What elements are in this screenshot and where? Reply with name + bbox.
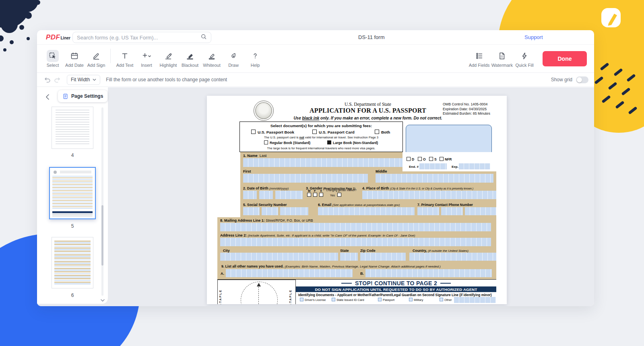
end-number-field[interactable]: [419, 163, 447, 169]
regular-book-checkbox[interactable]: [264, 140, 268, 144]
tool-highlight[interactable]: Highlight: [157, 50, 179, 68]
tool-help[interactable]: Help: [244, 50, 266, 68]
zip-field[interactable]: [360, 253, 406, 261]
sidebar-scrollbar-thumb[interactable]: [101, 205, 103, 266]
id-drivers-license-checkbox[interactable]: [300, 298, 303, 301]
dob-label: 2. Date of Birth (mm/dd/yyyy): [243, 186, 289, 190]
other-name-a-field[interactable]: [226, 269, 353, 277]
name-first-field[interactable]: [243, 174, 368, 183]
form-dept-line: U.S. Department of State: [287, 102, 448, 107]
form-title: APPLICATION FOR A U.S. PASSPORT: [267, 107, 469, 114]
city-field[interactable]: [220, 253, 338, 261]
page-thumbnail-5-selected[interactable]: [49, 167, 96, 219]
toolbar: Select Add Date Add Sign Add Text: [37, 45, 594, 73]
redo-icon[interactable]: [52, 75, 62, 84]
gender-f-checkbox[interactable]: [313, 193, 317, 197]
omb-block: OMB Control No. 1405-0004 Expiration Dat…: [443, 102, 490, 116]
passport-book-checkbox[interactable]: [251, 130, 256, 134]
tool-watermark[interactable]: Watermark: [491, 50, 514, 68]
form-page: U.S. Department of State APPLICATION FOR…: [207, 96, 507, 304]
flag-o-checkbox[interactable]: [418, 157, 422, 161]
phone-1-field[interactable]: [417, 207, 439, 215]
name-middle-field[interactable]: [376, 174, 493, 183]
search-box[interactable]: [72, 32, 211, 43]
page-thumbnail-6[interactable]: [52, 237, 93, 288]
identifying-documents-label: Identifying Documents - Applicant or Mot…: [298, 293, 491, 297]
flag-nfr-checkbox[interactable]: [440, 157, 444, 161]
id-military-checkbox[interactable]: [409, 298, 413, 301]
tool-draw[interactable]: Draw: [223, 50, 244, 68]
state-field[interactable]: [340, 253, 358, 261]
tool-insert[interactable]: Insert: [136, 50, 157, 68]
tool-quick-fill[interactable]: Quick Fill: [514, 50, 535, 68]
flag-d-checkbox[interactable]: [407, 157, 411, 161]
tool-blackout[interactable]: Blackout: [179, 50, 201, 68]
both-checkbox[interactable]: [375, 130, 379, 134]
undo-icon[interactable]: [43, 75, 52, 84]
done-button[interactable]: Done: [543, 51, 587, 66]
pdfliner-logo[interactable]: PDF Liner: [46, 33, 70, 41]
id-state-id-checkbox[interactable]: [332, 298, 335, 301]
tool-add-sign[interactable]: Add Sign: [85, 50, 107, 68]
tool-add-text[interactable]: Add Text: [114, 50, 136, 68]
fields-list-icon: [473, 50, 485, 62]
name-last-field[interactable]: [243, 158, 402, 167]
signature-pen-icon: [90, 50, 102, 62]
large-book-checkbox[interactable]: [327, 140, 331, 144]
screen: PDF Liner DS-11 form Support Select: [0, 0, 644, 346]
page-settings-button[interactable]: Page Settings: [58, 90, 107, 102]
pob-field[interactable]: [362, 191, 496, 199]
phone-3-field[interactable]: [465, 207, 496, 215]
stop-banner: STOP! CONTINUE TO PAGE 2: [296, 280, 496, 286]
scroll-down-icon[interactable]: [100, 297, 105, 303]
other-name-b-field[interactable]: [365, 269, 492, 277]
toggle-knob: [577, 77, 582, 82]
email-field[interactable]: [318, 207, 415, 215]
collapse-sidebar-icon[interactable]: [43, 92, 52, 102]
pdfliner-brand-icon: [599, 6, 623, 31]
country-label: Country, (if outside the United States): [413, 249, 469, 253]
gender-change-yes-checkbox[interactable]: [337, 193, 341, 197]
tool-add-date[interactable]: Add Date: [64, 50, 85, 68]
name-label: 1. Name Last: [243, 154, 266, 158]
address1-field[interactable]: [220, 223, 491, 231]
gender-m-checkbox[interactable]: [307, 193, 311, 197]
page-number-4: 4: [52, 152, 93, 158]
dob-year-field[interactable]: [275, 191, 303, 199]
agency-use-field[interactable]: [406, 125, 492, 155]
id-passport-checkbox[interactable]: [378, 298, 382, 301]
toolbar-divider: [110, 49, 111, 63]
show-grid-toggle[interactable]: [576, 76, 588, 83]
target-arrow: [257, 283, 261, 286]
blackout-marker-icon: [184, 50, 196, 62]
support-link[interactable]: Support: [524, 34, 543, 40]
do-not-sign-banner: DO NOT SIGN APPLICATION UNTIL REQUESTED …: [296, 286, 496, 292]
search-input[interactable]: [77, 35, 200, 41]
flag-s-checkbox[interactable]: [429, 157, 433, 161]
id-other-checkbox[interactable]: [440, 298, 443, 301]
tool-whiteout[interactable]: Whiteout: [201, 50, 223, 68]
zoom-select[interactable]: Fit Width: [67, 75, 100, 85]
dob-day-field[interactable]: [259, 191, 273, 199]
phone-2-field[interactable]: [441, 207, 463, 215]
passport-card-checkbox[interactable]: [312, 130, 317, 134]
sidebar-scrollbar-track[interactable]: [101, 107, 103, 296]
tool-select[interactable]: Select: [42, 50, 64, 68]
gender-x-checkbox[interactable]: [319, 193, 323, 197]
country-field[interactable]: [409, 253, 496, 261]
ssn-1-field[interactable]: [243, 207, 260, 215]
ssn-3-field[interactable]: [280, 207, 308, 215]
page-number-5: 5: [52, 223, 93, 229]
show-grid-label: Show grid: [551, 77, 572, 82]
id-other-field[interactable]: [454, 297, 496, 303]
thumbnail-content: [54, 241, 91, 285]
canvas-area: Page Settings 4 5 6: [37, 87, 594, 306]
tool-add-fields[interactable]: Add Fields: [468, 50, 491, 68]
page-thumbnail-4[interactable]: [52, 107, 93, 149]
address2-field[interactable]: [220, 238, 491, 246]
ssn-2-field[interactable]: [262, 207, 278, 215]
exp-field[interactable]: [459, 163, 490, 169]
fee-title: Select document(s) for which you are sub…: [240, 124, 402, 128]
dob-month-field[interactable]: [243, 191, 257, 199]
search-icon[interactable]: [200, 33, 207, 41]
